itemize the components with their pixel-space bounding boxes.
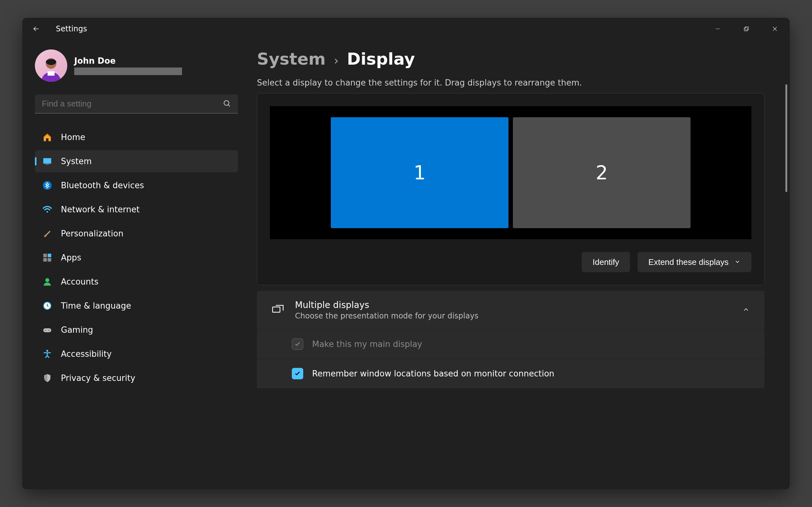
extend-dropdown[interactable]: Extend these displays (638, 252, 751, 272)
accessibility-icon (42, 349, 53, 359)
remember-locations-row[interactable]: Remember window locations based on monit… (257, 359, 764, 388)
sidebar-item-privacy[interactable]: Privacy & security (35, 367, 238, 389)
sidebar-item-label: Privacy & security (61, 373, 136, 383)
gamepad-icon (42, 325, 53, 335)
svg-point-8 (47, 211, 48, 213)
titlebar: Settings (22, 18, 790, 40)
profile-block[interactable]: John Doe (35, 49, 238, 82)
monitor-1[interactable]: 1 (331, 117, 508, 228)
breadcrumb: System › Display (257, 49, 764, 68)
sidebar-item-personalization[interactable]: Personalization (35, 222, 238, 245)
svg-point-13 (45, 278, 49, 282)
chevron-down-icon (734, 257, 741, 267)
card-title: Multiple displays (295, 300, 478, 310)
sidebar-item-gaming[interactable]: Gaming (35, 319, 238, 341)
card-desc: Choose the presentation mode for your di… (295, 312, 478, 320)
system-icon (42, 156, 53, 167)
svg-point-19 (46, 350, 48, 352)
svg-rect-20 (272, 307, 280, 312)
shield-icon (42, 373, 53, 383)
sidebar-item-accessibility[interactable]: Accessibility (35, 343, 238, 365)
avatar (35, 49, 67, 82)
maximize-button[interactable] (739, 21, 754, 37)
breadcrumb-parent[interactable]: System (257, 49, 326, 68)
chevron-right-icon: › (334, 54, 339, 67)
sidebar-item-network[interactable]: Network & internet (35, 199, 238, 221)
sidebar-item-accounts[interactable]: Accounts (35, 271, 238, 293)
breadcrumb-current: Display (347, 49, 415, 68)
sidebar-item-time[interactable]: Time & language (35, 295, 238, 317)
svg-rect-12 (48, 258, 51, 262)
search-input[interactable] (42, 99, 223, 109)
sidebar-item-label: Personalization (61, 229, 123, 238)
monitor-canvas[interactable]: 1 2 (270, 106, 751, 239)
clock-icon (42, 300, 53, 311)
nav: Home System Bluetooth & devices Network … (35, 126, 238, 389)
svg-rect-5 (44, 158, 51, 164)
sidebar-item-label: Apps (61, 253, 81, 262)
home-icon (42, 132, 53, 143)
multiple-displays-card[interactable]: Multiple displays Choose the presentatio… (257, 291, 764, 329)
svg-rect-16 (44, 328, 51, 332)
search-icon (223, 99, 231, 109)
main: System › Display Select a display to cha… (251, 40, 790, 489)
sidebar: John Doe Home System (22, 40, 251, 489)
brush-icon (42, 228, 53, 239)
close-button[interactable] (767, 21, 783, 37)
scrollbar[interactable] (785, 84, 787, 192)
svg-rect-9 (44, 254, 47, 257)
window-controls (710, 21, 783, 37)
remember-label: Remember window locations based on monit… (312, 369, 554, 378)
sidebar-item-label: Accounts (61, 277, 99, 286)
profile-email-masked (74, 67, 182, 75)
sidebar-item-apps[interactable]: Apps (35, 246, 238, 269)
display-arrangement-box: 1 2 Identify Extend these displays (257, 93, 764, 285)
profile-name: John Doe (74, 56, 182, 66)
sidebar-item-label: Accessibility (61, 349, 112, 359)
sidebar-item-label: Network & internet (61, 205, 140, 214)
make-main-label: Make this my main display (312, 339, 422, 349)
page-subtitle: Select a display to change the settings … (257, 78, 764, 88)
person-icon (42, 276, 53, 287)
window-title: Settings (56, 24, 87, 33)
sidebar-item-label: System (61, 157, 92, 166)
back-button[interactable] (29, 22, 43, 36)
svg-rect-11 (44, 258, 47, 262)
bluetooth-icon (42, 180, 53, 191)
checkbox-main-display (292, 338, 303, 350)
identify-label: Identify (593, 257, 619, 267)
chevron-up-icon (742, 306, 750, 315)
sidebar-item-label: Bluetooth & devices (61, 181, 144, 190)
svg-point-18 (48, 330, 49, 331)
svg-rect-10 (48, 254, 51, 257)
search-box[interactable] (35, 95, 238, 113)
apps-icon (42, 252, 53, 263)
sidebar-item-label: Time & language (61, 301, 131, 311)
extend-label: Extend these displays (648, 257, 728, 267)
sidebar-item-bluetooth[interactable]: Bluetooth & devices (35, 174, 238, 196)
sidebar-item-label: Home (61, 132, 85, 142)
sidebar-item-home[interactable]: Home (35, 126, 238, 148)
svg-rect-1 (744, 27, 748, 31)
wifi-icon (42, 204, 53, 215)
identify-button[interactable]: Identify (582, 252, 630, 272)
minimize-button[interactable] (710, 21, 726, 37)
svg-point-17 (45, 330, 46, 331)
monitor-2[interactable]: 2 (513, 117, 691, 228)
svg-point-4 (224, 101, 229, 105)
checkbox-remember-locations[interactable] (292, 368, 303, 379)
sidebar-item-label: Gaming (61, 325, 93, 335)
make-main-display-row: Make this my main display (257, 329, 764, 359)
svg-rect-0 (745, 26, 749, 30)
sidebar-item-system[interactable]: System (35, 150, 238, 172)
settings-window: Settings (22, 18, 790, 489)
svg-rect-6 (46, 164, 49, 165)
displays-icon (271, 303, 284, 317)
